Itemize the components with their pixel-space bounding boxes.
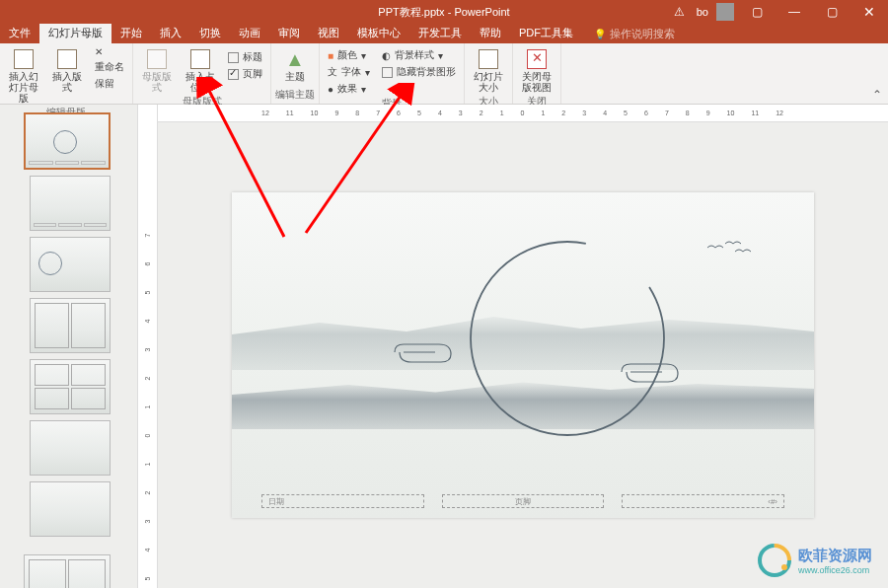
avatar[interactable] <box>716 3 734 21</box>
tab-view[interactable]: 视图 <box>309 24 348 43</box>
slide-thumbnails[interactable] <box>0 105 138 588</box>
tab-developer[interactable]: 开发工具 <box>409 24 471 43</box>
footer-placeholder[interactable]: 页脚 <box>442 494 605 508</box>
effects-button[interactable]: ●效果▾ <box>324 81 374 97</box>
svg-point-5 <box>781 564 787 570</box>
footer-placeholders: 日期 页脚 ‹#› <box>261 494 784 508</box>
layout-thumbnail[interactable] <box>30 359 111 414</box>
vertical-ruler: 765432101234567 <box>138 105 158 588</box>
insert-layout-button[interactable]: 插入版式 <box>47 45 87 95</box>
tab-review[interactable]: 审阅 <box>269 24 309 43</box>
layout-thumbnail[interactable] <box>30 481 111 537</box>
circle-graphic <box>469 240 666 437</box>
preserve-button[interactable]: 保留 <box>91 76 128 92</box>
layout-thumbnail[interactable] <box>30 176 111 231</box>
ribbon-display-options[interactable]: ▢ <box>742 0 772 24</box>
close-icon <box>525 47 549 71</box>
titlebar: PPT教程.pptx - PowerPoint ⚠ bo ▢ — ▢ ✕ <box>0 0 888 24</box>
footer-checkbox[interactable]: 页脚 <box>224 66 266 82</box>
horizontal-ruler: 1211109876543210123456789101112 <box>158 105 888 122</box>
slide-canvas[interactable]: 日期 页脚 ‹#› <box>158 122 888 588</box>
tab-file[interactable]: 文件 <box>0 24 39 43</box>
group-edit-theme: 编辑主题 <box>275 88 315 104</box>
slide-master-icon <box>12 47 36 71</box>
birds-graphic <box>705 240 755 259</box>
layout-thumbnail[interactable] <box>30 237 111 292</box>
hide-background-checkbox[interactable]: 隐藏背景图形 <box>378 64 460 80</box>
master-thumbnail[interactable] <box>24 112 111 170</box>
maximize-button[interactable]: ▢ <box>817 0 847 24</box>
tab-insert[interactable]: 插入 <box>151 24 190 43</box>
insert-placeholder-button[interactable]: 插入占位符 <box>181 45 220 95</box>
colors-button[interactable]: ■颜色▾ <box>324 47 374 63</box>
layout-thumbnail[interactable] <box>30 420 111 476</box>
minimize-button[interactable]: — <box>779 0 809 24</box>
master-layout-icon <box>145 47 169 71</box>
tab-pdf-tools[interactable]: PDF工具集 <box>510 24 582 43</box>
user-name[interactable]: bo <box>697 6 708 18</box>
collapse-ribbon-button[interactable]: ⌃ <box>872 88 882 102</box>
title-checkbox[interactable]: 标题 <box>224 49 266 65</box>
watermark: 欧菲资源网 www.office26.com <box>757 543 872 578</box>
delete-button[interactable]: ✕ <box>91 45 128 58</box>
layout-thumbnail[interactable] <box>30 298 111 353</box>
tab-home[interactable]: 开始 <box>111 24 151 43</box>
cloud-graphic <box>390 340 459 366</box>
lightbulb-icon: 💡 <box>594 29 606 39</box>
tell-me-search[interactable]: 💡 操作说明搜索 <box>594 24 675 43</box>
close-master-view-button[interactable]: 关闭母版视图 <box>517 45 556 95</box>
close-button[interactable]: ✕ <box>854 0 884 24</box>
watermark-title: 欧菲资源网 <box>798 547 872 565</box>
tab-help[interactable]: 帮助 <box>471 24 510 43</box>
tab-transitions[interactable]: 切换 <box>190 24 230 43</box>
slide-size-button[interactable]: 幻灯片大小 <box>469 45 508 95</box>
insert-slide-master-button[interactable]: 插入幻灯片母版 <box>4 45 43 106</box>
workspace: 765432101234567 121110987654321012345678… <box>0 105 888 588</box>
tab-template-center[interactable]: 模板中心 <box>348 24 409 43</box>
tab-animations[interactable]: 动画 <box>230 24 269 43</box>
slide[interactable]: 日期 页脚 ‹#› <box>232 192 814 518</box>
layout-icon <box>55 47 79 71</box>
warning-icon[interactable]: ⚠ <box>674 5 685 19</box>
master-layout-button[interactable]: 母版版式 <box>137 45 177 95</box>
fonts-button[interactable]: 文字体▾ <box>324 64 374 80</box>
rename-button[interactable]: 重命名 <box>91 59 128 75</box>
search-placeholder: 操作说明搜索 <box>610 27 675 41</box>
window-title: PPT教程.pptx - PowerPoint <box>378 5 509 20</box>
ribbon-tabs: 文件 幻灯片母版 开始 插入 切换 动画 审阅 视图 模板中心 开发工具 帮助 … <box>0 24 888 43</box>
placeholder-icon <box>188 47 212 71</box>
tab-slide-master[interactable]: 幻灯片母版 <box>39 24 111 43</box>
themes-icon: ▲ <box>283 47 307 71</box>
layout-thumbnail[interactable] <box>24 554 111 588</box>
slide-size-icon <box>477 47 500 71</box>
watermark-logo-icon <box>757 543 792 578</box>
cloud-graphic <box>617 360 686 386</box>
themes-button[interactable]: ▲ 主题 <box>275 45 315 84</box>
ribbon: 插入幻灯片母版 插入版式 ✕ 重命名 保留 编辑母版 母版版式 插入占位符 <box>0 43 888 105</box>
svg-point-0 <box>471 242 664 435</box>
date-placeholder[interactable]: 日期 <box>261 494 424 508</box>
slidenum-placeholder[interactable]: ‹#› <box>622 494 784 508</box>
watermark-url: www.office26.com <box>798 565 872 575</box>
background-styles-button[interactable]: ◐背景样式▾ <box>378 47 460 63</box>
